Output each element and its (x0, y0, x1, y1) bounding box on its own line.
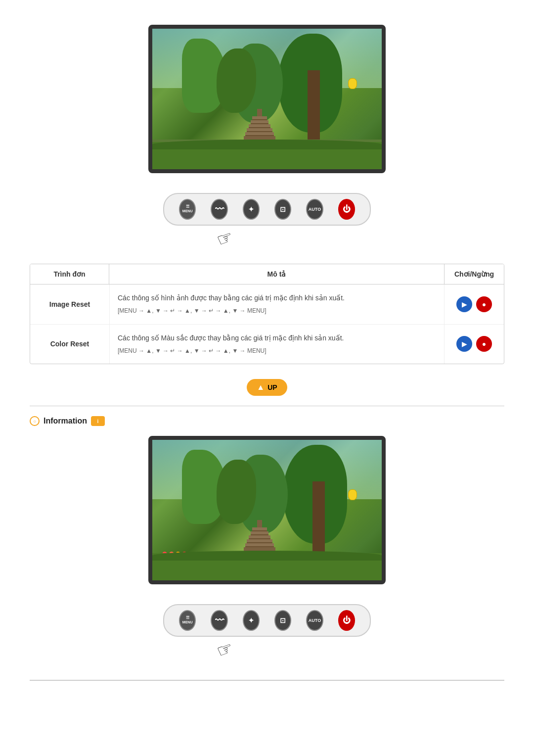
picture-button-2[interactable]: ⊡ (274, 610, 291, 631)
section-divider (30, 406, 504, 406)
brightness-button[interactable]: ✦ (243, 199, 260, 220)
information-title: ○ Information i (30, 416, 504, 426)
wave-button-2[interactable]: 〰 (211, 610, 227, 631)
table-row-image-reset: Image Reset Các thông số hình ảnh được t… (30, 284, 504, 325)
svg-text:i: i (97, 419, 99, 424)
finger-pointer-icon: ☞ (214, 226, 236, 251)
col-header-desc: Mô tả (109, 264, 445, 284)
tv-frame-bottom (148, 436, 386, 584)
hand-cursor: ☞ (217, 228, 233, 249)
table-header: Trình đơn Mô tả Chơi/Ngừng (30, 264, 504, 284)
color-reset-description: Các thông số Màu sắc được thay bằng các … (109, 325, 445, 364)
wave-button[interactable]: 〰 (211, 199, 227, 220)
image-reset-label: Image Reset (30, 292, 109, 316)
menu-button[interactable]: ☰MENU (179, 199, 196, 220)
image-reset-actions: ▶ ● (445, 290, 504, 318)
color-reset-menu-path: [MENU → ▲, ▼ → ↵ → ▲, ▼ → ↵ → ▲, ▼ → MEN… (118, 346, 436, 356)
table-row-color-reset: Color Reset Các thông số Màu sắc được th… (30, 325, 504, 364)
color-reset-label: Color Reset (30, 332, 109, 356)
bottom-divider (30, 680, 504, 681)
info-circle-icon: ○ (30, 416, 40, 426)
image-reset-play-button[interactable]: ▶ (456, 296, 472, 312)
auto-button-2[interactable]: AUTO (306, 610, 323, 631)
menu-button-2[interactable]: ☰MENU (179, 610, 196, 631)
info-badge: i (91, 416, 105, 426)
picture-button[interactable]: ⊡ (274, 199, 291, 220)
up-button[interactable]: ▲ UP (247, 379, 287, 396)
auto-button[interactable]: AUTO (306, 199, 323, 220)
reset-table: Trình đơn Mô tả Chơi/Ngừng Image Reset C… (30, 264, 504, 364)
brightness-button-2[interactable]: ✦ (243, 610, 260, 631)
power-button[interactable]: ⏻ (338, 199, 355, 220)
tv-frame-top (148, 25, 386, 173)
color-reset-stop-button[interactable]: ● (476, 336, 492, 352)
color-reset-actions: ▶ ● (445, 330, 504, 358)
up-button-container: ▲ UP (30, 379, 504, 396)
hand-cursor-2: ☞ (217, 639, 233, 660)
image-reset-menu-path: [MENU → ▲, ▼ → ↵ → ▲, ▼ → ↵ → ▲, ▼ → MEN… (118, 306, 436, 316)
power-button-2[interactable]: ⏻ (338, 610, 355, 631)
col-header-play: Chơi/Ngừng (445, 264, 504, 284)
remote-control-bar: ☰MENU 〰 ✦ ⊡ AUTO ⏻ (163, 193, 371, 226)
image-reset-stop-button[interactable]: ● (476, 296, 492, 312)
tv-image-bottom (152, 440, 382, 580)
image-reset-description: Các thông số hình ảnh được thay bằng các… (109, 284, 445, 324)
color-reset-play-button[interactable]: ▶ (456, 336, 472, 352)
tv-image-top (152, 29, 382, 169)
finger-pointer-icon-2: ☞ (214, 637, 236, 662)
information-section: ○ Information i (30, 416, 504, 660)
tv-screen-top (30, 25, 504, 173)
col-header-menu: Trình đơn (30, 264, 109, 284)
up-arrow-icon: ▲ (257, 383, 265, 392)
remote-control-bar-2: ☰MENU 〰 ✦ ⊡ AUTO ⏻ (163, 604, 371, 637)
tv-screen-bottom (30, 436, 504, 584)
